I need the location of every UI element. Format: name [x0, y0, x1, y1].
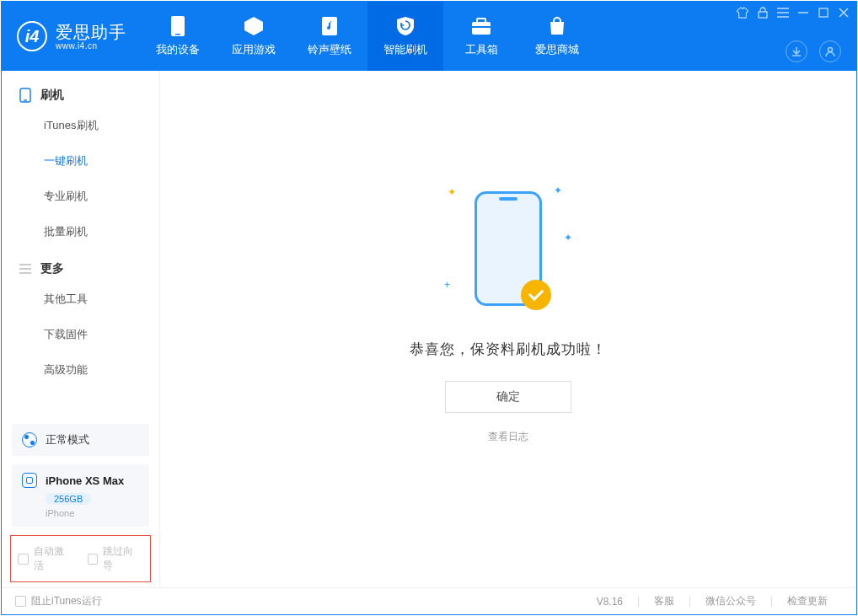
svg-rect-6	[759, 12, 767, 18]
sidebar-item-pro-flash[interactable]: 专业刷机	[2, 179, 159, 214]
view-log-link[interactable]: 查看日志	[488, 430, 528, 444]
menu-icon[interactable]	[777, 7, 789, 19]
checkbox-label: 跳过向导	[103, 544, 143, 573]
minimize-icon[interactable]	[797, 7, 809, 19]
phone-icon	[167, 15, 189, 37]
svg-rect-0	[171, 16, 185, 36]
list-icon	[19, 262, 32, 276]
tab-label: 工具箱	[465, 42, 498, 57]
success-badge-icon	[521, 280, 551, 310]
tab-label: 爱思商城	[535, 42, 579, 57]
svg-rect-5	[472, 26, 491, 28]
tab-apps-games[interactable]: 应用游戏	[216, 2, 292, 71]
footer-link-update[interactable]: 检查更新	[772, 594, 843, 608]
device-name: iPhone XS Max	[46, 474, 124, 487]
checkbox-skip-guide[interactable]: 跳过向导	[88, 544, 144, 573]
music-note-icon	[319, 15, 341, 37]
tab-label: 智能刷机	[383, 42, 427, 57]
header-actions	[786, 40, 841, 62]
success-illustration: ✦ ✦ + ✦	[441, 181, 576, 316]
ok-button[interactable]: 确定	[445, 381, 571, 413]
version-label: V8.16	[597, 596, 623, 608]
footer-link-support[interactable]: 客服	[639, 594, 689, 608]
svg-rect-3	[472, 22, 491, 35]
checkbox-icon	[88, 554, 99, 565]
svg-point-14	[829, 48, 833, 52]
app-url: www.i4.cn	[56, 41, 126, 51]
window-controls	[737, 7, 850, 19]
checkbox-block-itunes[interactable]: 阻止iTunes运行	[15, 594, 102, 608]
tab-label: 铃声壁纸	[308, 42, 351, 57]
checkbox-label: 阻止iTunes运行	[31, 594, 102, 608]
close-icon[interactable]	[838, 7, 850, 19]
tab-label: 应用游戏	[232, 42, 276, 57]
sparkle-icon: ✦	[448, 186, 456, 198]
sidebar-item-download-firmware[interactable]: 下载固件	[2, 317, 159, 352]
app-title: 爱思助手	[56, 23, 126, 41]
cube-icon	[243, 15, 265, 37]
device-icon	[19, 88, 32, 102]
lock-icon[interactable]	[757, 7, 769, 19]
tab-toolbox[interactable]: 工具箱	[443, 2, 519, 71]
tab-store[interactable]: 爱思商城	[519, 2, 595, 71]
checkbox-auto-activate[interactable]: 自动激活	[18, 544, 74, 573]
sidebar-group-more: 更多	[2, 256, 159, 281]
sparkle-icon: +	[444, 279, 450, 291]
tab-smart-flash[interactable]: 智能刷机	[367, 2, 443, 71]
mode-card[interactable]: 正常模式	[12, 424, 149, 456]
main-tabs: 我的设备 应用游戏 铃声壁纸 智能刷机 工具箱 爱思商城	[140, 2, 595, 71]
checkbox-icon	[18, 554, 29, 565]
device-capacity: 256GB	[46, 493, 91, 505]
tshirt-icon[interactable]	[737, 7, 748, 19]
app-window: i4 爱思助手 www.i4.cn 我的设备 应用游戏 铃声壁纸 智能刷机	[1, 1, 857, 615]
sidebar-item-itunes-flash[interactable]: iTunes刷机	[2, 108, 159, 143]
shield-refresh-icon	[394, 15, 416, 37]
sidebar-group-label: 更多	[40, 261, 64, 276]
maximize-icon[interactable]	[818, 7, 829, 19]
tab-ringtones-wallpapers[interactable]: 铃声壁纸	[292, 2, 367, 71]
mode-icon	[22, 432, 37, 447]
main-content: ✦ ✦ + ✦ 恭喜您，保资料刷机成功啦！ 确定 查看日志	[160, 71, 856, 587]
sidebar: 刷机 iTunes刷机 一键刷机 专业刷机 批量刷机 更多 其他工具 下载固件 …	[2, 71, 160, 587]
sidebar-item-onekey-flash[interactable]: 一键刷机	[2, 143, 159, 179]
tab-label: 我的设备	[156, 42, 200, 57]
tab-my-device[interactable]: 我的设备	[140, 2, 216, 71]
checkbox-icon	[15, 596, 26, 607]
checkbox-label: 自动激活	[34, 544, 74, 573]
sidebar-group-label: 刷机	[40, 88, 64, 103]
sparkle-icon: ✦	[554, 185, 562, 196]
sidebar-group-flash: 刷机	[2, 83, 159, 108]
sparkle-icon: ✦	[564, 232, 572, 244]
sidebar-item-batch-flash[interactable]: 批量刷机	[2, 214, 159, 249]
download-icon[interactable]	[786, 40, 807, 62]
svg-rect-4	[477, 19, 485, 23]
device-type: iPhone	[46, 508, 139, 518]
flash-options-row: 自动激活 跳过向导	[10, 535, 151, 582]
svg-rect-11	[819, 8, 828, 17]
svg-rect-1	[175, 34, 180, 35]
sidebar-item-advanced[interactable]: 高级功能	[2, 352, 159, 388]
footer-link-wechat[interactable]: 微信公众号	[690, 594, 771, 608]
shopping-bag-icon	[546, 15, 568, 37]
device-card[interactable]: iPhone XS Max 256GB iPhone	[12, 464, 149, 527]
body: 刷机 iTunes刷机 一键刷机 专业刷机 批量刷机 更多 其他工具 下载固件 …	[2, 71, 856, 587]
logo-icon: i4	[17, 21, 47, 51]
header: i4 爱思助手 www.i4.cn 我的设备 应用游戏 铃声壁纸 智能刷机	[2, 2, 856, 71]
toolbox-icon	[470, 15, 492, 37]
mode-label: 正常模式	[46, 432, 89, 447]
sidebar-item-other-tools[interactable]: 其他工具	[2, 281, 159, 317]
device-phone-icon	[22, 473, 37, 488]
user-icon[interactable]	[819, 40, 841, 62]
footer: 阻止iTunes运行 V8.16 客服 微信公众号 检查更新	[2, 587, 856, 614]
app-logo: i4 爱思助手 www.i4.cn	[2, 2, 140, 71]
success-message: 恭喜您，保资料刷机成功啦！	[410, 340, 607, 359]
phone-illustration	[475, 191, 542, 306]
